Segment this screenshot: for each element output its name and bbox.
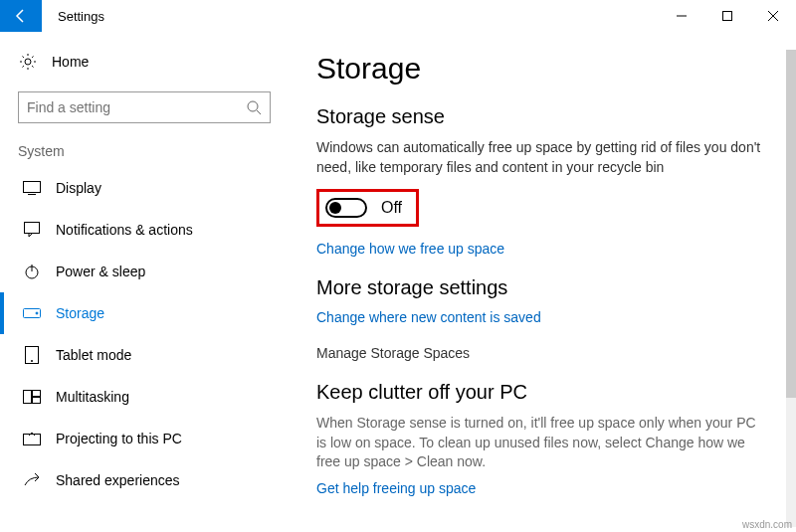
sidebar-item-label: Shared experiences — [56, 472, 180, 488]
main-content: Storage Storage sense Windows can automa… — [289, 32, 796, 532]
minimize-button[interactable] — [659, 0, 704, 32]
tablet-icon — [22, 345, 42, 365]
sidebar-home[interactable]: Home — [0, 42, 289, 82]
storage-icon — [22, 303, 42, 323]
section-storage-sense-desc: Windows can automatically free up space … — [316, 138, 768, 177]
svg-rect-9 — [25, 223, 40, 234]
sidebar-item-label: Storage — [56, 305, 104, 321]
toggle-state-label: Off — [381, 199, 402, 217]
svg-rect-18 — [33, 398, 41, 404]
gear-icon — [18, 52, 38, 72]
link-change-content-saved[interactable]: Change where new content is saved — [316, 309, 768, 325]
sidebar-item-label: Tablet mode — [56, 347, 131, 363]
link-manage-storage-spaces[interactable]: Manage Storage Spaces — [316, 345, 768, 361]
section-keep-clutter-desc: When Storage sense is turned on, it'll f… — [316, 414, 768, 472]
section-storage-sense-title: Storage sense — [316, 105, 768, 128]
projecting-icon — [22, 429, 42, 448]
watermark: wsxdn.com — [742, 519, 792, 530]
back-button[interactable] — [0, 0, 42, 32]
svg-point-15 — [31, 360, 33, 362]
svg-rect-1 — [723, 12, 732, 21]
svg-rect-16 — [24, 391, 32, 404]
link-get-help-freeing[interactable]: Get help freeing up space — [316, 480, 768, 496]
search-icon — [246, 99, 262, 115]
storage-sense-toggle-highlight: Off — [316, 189, 419, 227]
link-change-free-up[interactable]: Change how we free up space — [316, 241, 768, 257]
sidebar-item-label: Multitasking — [56, 389, 129, 405]
svg-point-4 — [25, 59, 31, 65]
sidebar-item-power[interactable]: Power & sleep — [0, 251, 289, 292]
sidebar-item-label: Projecting to this PC — [56, 431, 182, 446]
arrow-left-icon — [13, 8, 29, 24]
maximize-button[interactable] — [704, 0, 750, 32]
sidebar-item-tablet[interactable]: Tablet mode — [0, 334, 289, 376]
multitasking-icon — [22, 387, 42, 407]
sidebar-item-notifications[interactable]: Notifications & actions — [0, 209, 289, 251]
svg-line-6 — [257, 110, 261, 114]
svg-rect-17 — [33, 391, 41, 397]
display-icon — [22, 178, 42, 198]
sidebar-category: System — [0, 143, 289, 167]
sidebar-item-label: Power & sleep — [56, 264, 145, 279]
svg-point-13 — [36, 312, 38, 314]
sidebar-item-shared[interactable]: Shared experiences — [0, 459, 289, 501]
svg-rect-7 — [24, 182, 41, 193]
titlebar: Settings — [0, 0, 796, 32]
scrollbar-thumb[interactable] — [786, 50, 796, 398]
section-more-settings-title: More storage settings — [316, 276, 768, 299]
sidebar-item-label: Display — [56, 180, 101, 196]
svg-rect-19 — [24, 435, 41, 445]
close-button[interactable] — [750, 0, 796, 32]
sidebar-item-multitasking[interactable]: Multitasking — [0, 376, 289, 418]
search-input[interactable] — [27, 99, 246, 115]
window-controls — [659, 0, 796, 32]
shared-icon — [22, 470, 42, 490]
sidebar-item-label: Notifications & actions — [56, 222, 193, 238]
toggle-knob — [329, 202, 341, 214]
window-title: Settings — [58, 9, 104, 24]
section-keep-clutter-title: Keep clutter off your PC — [316, 381, 768, 404]
sidebar-item-display[interactable]: Display — [0, 167, 289, 209]
scrollbar[interactable] — [786, 50, 796, 527]
storage-sense-toggle[interactable] — [325, 198, 367, 218]
sidebar: Home System Display Notifications & acti… — [0, 32, 289, 532]
sidebar-item-storage[interactable]: Storage — [0, 292, 289, 334]
sidebar-home-label: Home — [52, 54, 89, 70]
search-box[interactable] — [18, 91, 271, 123]
notifications-icon — [22, 220, 42, 240]
power-icon — [22, 262, 42, 281]
sidebar-item-projecting[interactable]: Projecting to this PC — [0, 418, 289, 459]
svg-point-5 — [248, 101, 258, 111]
page-title: Storage — [316, 52, 768, 86]
